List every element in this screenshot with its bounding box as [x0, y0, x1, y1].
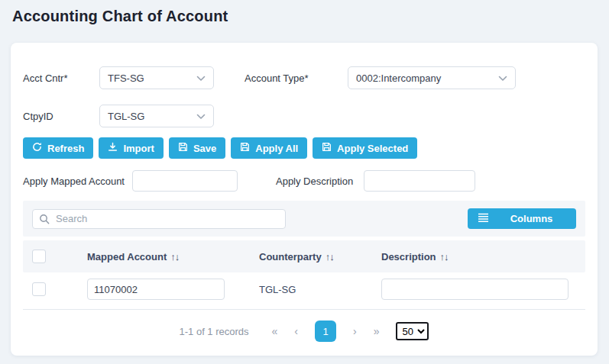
description-input[interactable] [381, 279, 569, 300]
last-page-button[interactable]: » [374, 325, 380, 337]
first-page-button[interactable]: « [272, 325, 278, 337]
header-description-label: Description [381, 251, 436, 263]
refresh-icon [32, 142, 42, 154]
next-page-button[interactable]: › [353, 325, 357, 337]
save-icon [240, 142, 250, 154]
mapped-account-input[interactable] [87, 279, 225, 300]
search-icon [39, 214, 50, 227]
chevron-down-icon [498, 72, 507, 84]
prev-page-button[interactable]: ‹ [294, 325, 298, 337]
counterparty-cell: TGL-SG [259, 284, 381, 295]
apply-fields-row: Apply Mapped Account Apply Description [23, 170, 585, 192]
import-button-label: Import [123, 143, 154, 154]
account-type-select[interactable]: 0002:Intercompany [348, 66, 516, 89]
save-icon [178, 142, 188, 154]
header-counterparty-label: Counterparty [259, 251, 322, 263]
page-title: Accounting Chart of Account [12, 8, 609, 25]
search-box [32, 209, 286, 229]
pager: « ‹ 1 › » [272, 321, 380, 342]
main-panel: Acct Cntr* TFS-SG Account Type* 0002:Int… [11, 43, 598, 356]
apply-all-button-label: Apply All [255, 143, 298, 154]
menu-icon [478, 213, 489, 225]
sort-icon[interactable]: ↑↓ [170, 251, 179, 263]
records-count: 1-1 of 1 records [180, 326, 249, 337]
import-button[interactable]: Import [99, 137, 163, 159]
header-counterparty: Counterparty↑↓ [259, 251, 381, 263]
refresh-button-label: Refresh [47, 143, 84, 154]
chevron-down-icon [196, 72, 206, 84]
save-button[interactable]: Save [169, 137, 225, 159]
row-checkbox[interactable] [32, 282, 46, 296]
description-cell [381, 279, 576, 300]
action-button-row: Refresh Import Save Apply All Apply Sele… [23, 137, 585, 159]
table-header-row: Mapped Account↑↓ Counterparty↑↓ Descript… [23, 240, 585, 272]
apply-description-label: Apply Description [276, 176, 353, 187]
header-mapped-account: Mapped Account↑↓ [87, 251, 259, 263]
acct-cntr-value: TFS-SG [108, 72, 144, 84]
apply-description-input[interactable] [364, 170, 475, 192]
apply-mapped-account-label: Apply Mapped Account [23, 176, 125, 187]
save-icon [322, 142, 332, 154]
sort-icon[interactable]: ↑↓ [440, 251, 449, 263]
apply-selected-button[interactable]: Apply Selected [313, 137, 417, 159]
acct-cntr-label: Acct Cntr* [23, 72, 99, 84]
search-input[interactable] [32, 209, 286, 229]
current-page-button[interactable]: 1 [315, 321, 336, 342]
account-type-value: 0002:Intercompany [356, 72, 441, 84]
import-icon [108, 142, 118, 154]
columns-button-label: Columns [494, 213, 569, 224]
account-type-label: Account Type* [245, 72, 325, 84]
save-button-label: Save [193, 143, 216, 154]
sort-icon[interactable]: ↑↓ [326, 251, 334, 263]
table-row: TGL-SG [23, 272, 585, 310]
apply-mapped-account-input[interactable] [132, 170, 238, 192]
select-all-checkbox[interactable] [32, 250, 46, 263]
refresh-button[interactable]: Refresh [23, 137, 93, 159]
ctpy-id-select[interactable]: TGL-SG [99, 105, 214, 127]
pagination: 1-1 of 1 records « ‹ 1 › » 50 [23, 321, 585, 342]
columns-button[interactable]: Columns [468, 208, 576, 229]
page-size-select[interactable]: 50 [396, 322, 429, 340]
header-description: Description↑↓ [381, 251, 576, 263]
chevron-down-icon [196, 111, 206, 122]
acct-cntr-select[interactable]: TFS-SG [99, 66, 214, 89]
header-mapped-account-label: Mapped Account [87, 251, 167, 263]
ctpy-id-label: CtpyID [23, 111, 99, 122]
accounts-table: Columns Mapped Account↑↓ Counterparty↑↓ … [23, 201, 585, 342]
table-toolbar: Columns [23, 201, 585, 237]
filter-row-2: CtpyID TGL-SG [23, 105, 585, 127]
mapped-account-cell [87, 279, 259, 300]
ctpy-id-value: TGL-SG [108, 111, 144, 122]
apply-selected-button-label: Apply Selected [337, 143, 408, 154]
filter-row-1: Acct Cntr* TFS-SG Account Type* 0002:Int… [23, 66, 585, 89]
apply-all-button[interactable]: Apply All [231, 137, 307, 159]
